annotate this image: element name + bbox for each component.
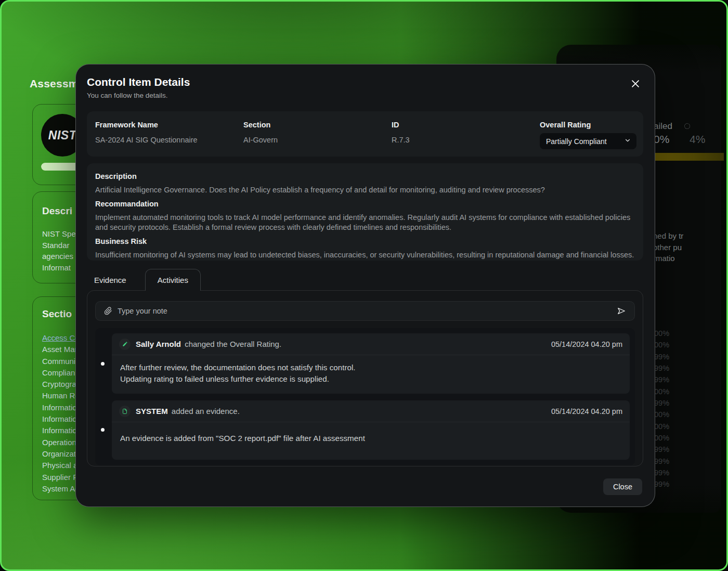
close-icon[interactable] xyxy=(629,77,642,90)
screen: Assessme NIST Descri NIST Spe Standar ag… xyxy=(0,0,728,571)
id-value: R.7.3 xyxy=(392,136,540,144)
activity-timestamp: 05/14/2024 04.20 pm xyxy=(551,340,622,348)
text-fragment: rmatio xyxy=(653,253,683,264)
failed-stat-value: 0% xyxy=(654,133,669,146)
send-icon[interactable] xyxy=(616,305,627,317)
timeline-dot xyxy=(101,428,105,432)
tab-activities[interactable]: Activities xyxy=(145,269,201,291)
percentage-item: 99% xyxy=(654,478,669,490)
percentage-item: 00% xyxy=(654,328,669,339)
percentage-item: 00% xyxy=(654,409,669,420)
control-details-panel: Description Artificial Intelligence Gove… xyxy=(87,163,643,261)
activity-title: SYSTEM added an evidence. xyxy=(136,407,240,416)
timeline-dot xyxy=(101,362,105,366)
secondary-stat-value: 4% xyxy=(690,133,705,146)
avatar-document-icon xyxy=(119,406,131,417)
percentage-item: 99% xyxy=(654,351,669,362)
activity-list: Sally Arnold changed the Overall Rating.… xyxy=(95,328,635,465)
section-column: Section AI-Govern xyxy=(243,121,392,157)
framework-name-value: SA-2024 AI SIG Questionnaire xyxy=(95,136,243,144)
chevron-down-icon xyxy=(624,137,631,146)
percentage-item: 99% xyxy=(654,444,669,455)
percentage-item: 99% xyxy=(654,467,669,478)
id-label: ID xyxy=(392,121,540,129)
percentage-item: 99% xyxy=(654,374,669,385)
activity-actor: SYSTEM xyxy=(136,407,168,416)
percentage-item: 00% xyxy=(654,421,669,432)
description-label: Description xyxy=(95,172,635,180)
text-fragment: other pu xyxy=(653,242,683,253)
framework-name-label: Framework Name xyxy=(95,121,243,129)
framework-column: Framework Name SA-2024 AI SIG Questionna… xyxy=(95,121,243,157)
note-input-wrap xyxy=(95,301,635,321)
avatar-pencil-icon xyxy=(119,339,131,350)
failed-stat-label: ailed xyxy=(654,121,672,132)
overall-rating-label: Overall Rating xyxy=(540,121,636,129)
id-column: ID R.7.3 xyxy=(392,121,540,157)
modal-subtitle: You can follow the details. xyxy=(87,92,168,99)
percentage-item: 00% xyxy=(654,339,669,351)
message-line: An evidence is added from "SOC 2 report.… xyxy=(120,433,621,444)
legend-dot-icon xyxy=(684,123,690,129)
modal-title: Control Item Details xyxy=(87,76,190,88)
activities-panel: Sally Arnold changed the Overall Rating.… xyxy=(87,290,643,466)
business-risk-label: Business Risk xyxy=(95,237,635,245)
warning-progress-bar xyxy=(653,153,724,161)
activity-header: SYSTEM added an evidence.05/14/2024 04.2… xyxy=(112,400,630,422)
note-input[interactable] xyxy=(118,307,616,315)
percentage-item: 00% xyxy=(654,432,669,444)
message-line: Updating rating to failed unless further… xyxy=(120,373,621,385)
nist-logo-text: NIST xyxy=(48,128,76,142)
attachment-paperclip-icon[interactable] xyxy=(103,306,113,316)
description-text: Artificial Intelligence Governance. Does… xyxy=(95,185,635,195)
business-risk-text: Insufficient monitoring of AI systems ma… xyxy=(95,250,635,260)
activity-card: Sally Arnold changed the Overall Rating.… xyxy=(112,333,630,394)
percentage-item: 99% xyxy=(654,362,669,374)
activity-card: SYSTEM added an evidence.05/14/2024 04.2… xyxy=(112,400,630,460)
text-fragment: ned by tr xyxy=(653,230,683,242)
activity-header: Sally Arnold changed the Overall Rating.… xyxy=(112,333,630,355)
activity-message: After further review, the documentation … xyxy=(112,355,630,394)
percentage-column: 00%00%99%99%99%00%99%00%00%00%99%99%99%9… xyxy=(654,328,669,490)
overall-rating-select[interactable]: Partially Compliant xyxy=(540,133,636,149)
recommendation-text: Implement automated monitoring tools to … xyxy=(95,213,635,232)
background-text-fragments: ned by tr other pu rmatio xyxy=(653,230,683,264)
activity-item: Sally Arnold changed the Overall Rating.… xyxy=(95,333,635,394)
message-line: After further review, the documentation … xyxy=(120,362,621,373)
activity-timestamp: 05/14/2024 04.20 pm xyxy=(551,407,622,416)
recommendation-label: Recommandation xyxy=(95,200,635,208)
overall-rating-value: Partially Compliant xyxy=(546,137,607,146)
activity-item: SYSTEM added an evidence.05/14/2024 04.2… xyxy=(95,400,635,460)
control-item-details-modal: Control Item Details You can follow the … xyxy=(75,64,655,507)
control-info-panel: Framework Name SA-2024 AI SIG Questionna… xyxy=(87,111,643,157)
percentage-item: 99% xyxy=(654,397,669,409)
section-value: AI-Govern xyxy=(243,136,392,144)
section-label: Section xyxy=(243,121,392,129)
percentage-item: 99% xyxy=(654,456,669,467)
percentage-item: 00% xyxy=(654,386,669,397)
tab-evidence[interactable]: Evidence xyxy=(87,269,134,291)
activity-title: Sally Arnold changed the Overall Rating. xyxy=(136,340,281,348)
activity-actor: Sally Arnold xyxy=(136,340,181,348)
tab-bar: EvidenceActivities xyxy=(87,269,201,291)
activity-message: An evidence is added from "SOC 2 report.… xyxy=(112,422,630,460)
rating-column: Overall Rating Partially Compliant xyxy=(540,121,636,157)
close-button[interactable]: Close xyxy=(603,478,642,495)
